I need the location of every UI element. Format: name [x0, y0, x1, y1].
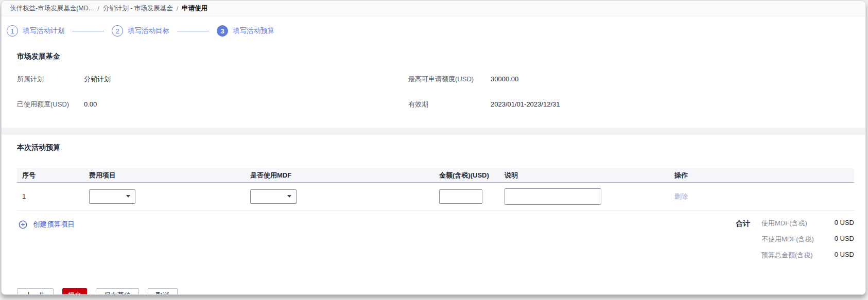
- step-1-circle: 1: [7, 25, 18, 37]
- create-budget-item-button[interactable]: 创建预算项目: [19, 220, 75, 229]
- step-1-label: 填写活动计划: [23, 26, 64, 36]
- create-budget-item-label: 创建预算项目: [33, 220, 75, 229]
- field-label-plan: 所属计划: [17, 75, 84, 84]
- total-row-no-mdf: 不使用MDF(含税) 0 USD: [761, 235, 854, 244]
- step-connector: [72, 31, 104, 31]
- amount-input[interactable]: [439, 189, 482, 204]
- step-3-circle: 3: [217, 25, 228, 37]
- total-value-grand-total: 0 USD: [822, 251, 854, 260]
- total-value-no-mdf: 0 USD: [822, 235, 854, 244]
- field-value-plan: 分销计划: [84, 75, 408, 84]
- breadcrumb: 伙伴权益-市场发展基金(MD... / 分销计划 - 市场发展基金 / 申请使用: [2, 1, 865, 16]
- submit-button[interactable]: 提交: [62, 288, 87, 295]
- col-header-use-mdf: 是否使用MDF: [245, 171, 434, 180]
- save-draft-button[interactable]: 保存草稿: [96, 288, 139, 295]
- cancel-button[interactable]: 取消: [148, 288, 178, 295]
- step-2-circle: 2: [112, 25, 123, 37]
- breadcrumb-separator: /: [97, 5, 99, 12]
- field-value-max-quota: 30000.00: [491, 75, 850, 83]
- budget-table-header: 序号 费用项目 是否使用MDF 金额(含税)(USD) 说明 操作: [17, 168, 854, 183]
- breadcrumb-item-fund-list[interactable]: 伙伴权益-市场发展基金(MD...: [10, 4, 94, 13]
- step-1-activity-plan[interactable]: 1 填写活动计划: [7, 25, 64, 37]
- col-header-expense-item: 费用项目: [84, 171, 245, 180]
- col-header-index: 序号: [17, 171, 84, 180]
- totals-block: 合计 使用MDF(含税) 0 USD 不使用MDF(含税) 0 USD 预算总金…: [736, 219, 854, 260]
- total-label-grand-total: 预算总金额(含税): [761, 251, 822, 260]
- plus-circle-icon: [19, 220, 27, 229]
- field-label-max-quota: 最高可申请额度(USD): [408, 75, 491, 84]
- main-panel: 伙伴权益-市场发展基金(MD... / 分销计划 - 市场发展基金 / 申请使用…: [1, 1, 866, 295]
- field-label-validity: 有效期: [408, 100, 491, 109]
- col-header-operation: 操作: [669, 171, 854, 180]
- total-value-use-mdf: 0 USD: [822, 219, 854, 228]
- step-2-activity-goal[interactable]: 2 填写活动目标: [112, 25, 169, 37]
- delete-row-link[interactable]: 删除: [674, 192, 688, 200]
- section-divider: [2, 128, 865, 135]
- table-row: 1 删除: [17, 183, 854, 210]
- fund-section-title: 市场发展基金: [17, 52, 850, 61]
- total-label-no-mdf: 不使用MDF(含税): [761, 235, 822, 244]
- chevron-down-icon: [126, 195, 130, 198]
- breadcrumb-item-fund-detail[interactable]: 分销计划 - 市场发展基金: [103, 4, 173, 13]
- step-connector: [177, 31, 209, 31]
- total-row-use-mdf: 使用MDF(含税) 0 USD: [761, 219, 854, 228]
- total-row-grand-total: 预算总金额(含税) 0 USD: [761, 251, 854, 260]
- action-bar: 上一步 提交 保存草稿 取消: [17, 288, 865, 295]
- description-input[interactable]: [505, 188, 601, 205]
- budget-table: 序号 费用项目 是否使用MDF 金额(含税)(USD) 说明 操作 1: [17, 168, 854, 210]
- total-label-use-mdf: 使用MDF(含税): [761, 219, 822, 228]
- col-header-amount: 金额(含税)(USD): [434, 171, 499, 180]
- col-header-description: 说明: [499, 171, 669, 180]
- fund-info-grid: 所属计划 分销计划 最高可申请额度(USD) 30000.00 已使用额度(US…: [17, 75, 850, 109]
- step-3-label: 填写活动预算: [233, 26, 274, 36]
- row-index: 1: [17, 192, 84, 200]
- budget-section-title: 本次活动预算: [17, 143, 850, 152]
- breadcrumb-separator: /: [177, 5, 178, 12]
- step-3-activity-budget[interactable]: 3 填写活动预算: [217, 25, 274, 37]
- step-wizard: 1 填写活动计划 2 填写活动目标 3 填写活动预算: [7, 23, 857, 39]
- previous-step-button[interactable]: 上一步: [17, 288, 54, 295]
- breadcrumb-item-current-page: 申请使用: [182, 4, 207, 13]
- step-2-label: 填写活动目标: [128, 26, 169, 36]
- totals-heading: 合计: [736, 219, 750, 260]
- field-value-used-quota: 0.00: [84, 100, 408, 108]
- field-value-validity: 2023/01/01-2023/12/31: [491, 100, 850, 108]
- expense-item-select[interactable]: [89, 189, 135, 204]
- chevron-down-icon: [287, 195, 291, 198]
- table-footer: 创建预算项目 合计 使用MDF(含税) 0 USD 不使用MDF(含税) 0 U…: [17, 219, 854, 260]
- use-mdf-select[interactable]: [250, 189, 297, 204]
- field-label-used-quota: 已使用额度(USD): [17, 100, 84, 109]
